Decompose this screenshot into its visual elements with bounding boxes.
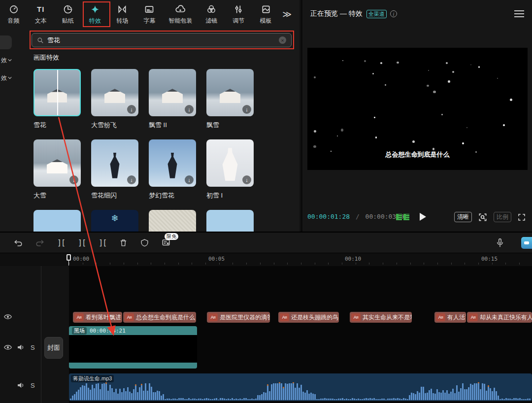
fullscreen-icon[interactable]: [517, 213, 526, 222]
download-icon[interactable]: ↓: [69, 175, 78, 184]
preview-caption: 总会想生命到底是什么: [307, 150, 528, 159]
subtitle-segment[interactable]: 看到落叶飘进: [73, 312, 122, 323]
subtitle-segment[interactable]: 却从未真正快乐有人: [467, 312, 532, 323]
sidebar-collapsed-item[interactable]: [0, 35, 12, 49]
current-time: 00:00:01:28: [307, 213, 350, 220]
asset-tab-bar: 音频 文本 贴纸 特效 转场: [0, 0, 299, 29]
play-button[interactable]: [420, 213, 426, 221]
preview-controls: 00:00:01:28 / 00:00:03:00 清晰 比例: [307, 210, 527, 225]
audio-track-mute-icon[interactable]: [17, 381, 25, 391]
sidebar-category-2[interactable]: 效: [0, 72, 16, 84]
tab-effects[interactable]: 特效: [84, 4, 105, 25]
effect-tile-snow-glitter[interactable]: ↓ 雪花细闪: [91, 139, 138, 200]
effect-tile-partial[interactable]: [149, 210, 196, 232]
effect-thumbnail[interactable]: ↓: [91, 69, 138, 116]
search-input[interactable]: [47, 36, 275, 44]
audio-clip[interactable]: 蒋勋说生命.mp3: [69, 373, 532, 401]
delete-icon[interactable]: [119, 238, 128, 247]
text-track-visibility-icon[interactable]: [4, 313, 12, 322]
effect-thumbnail[interactable]: [33, 69, 81, 116]
quality-button[interactable]: 清晰: [454, 212, 472, 222]
video-track-mute-icon[interactable]: [17, 343, 25, 353]
free-badge: 限免: [165, 233, 178, 240]
microphone-icon[interactable]: [496, 237, 504, 250]
undo-button[interactable]: [14, 238, 23, 247]
download-icon[interactable]: ↓: [242, 175, 251, 184]
effect-tile-falling-snow-2[interactable]: ↓ 飘雪 II: [149, 69, 196, 130]
effect-tile-falling-snow[interactable]: ↓ 飘雪: [206, 69, 254, 130]
chevron-down-icon: [8, 58, 12, 62]
menu-icon[interactable]: [514, 8, 524, 19]
download-icon[interactable]: ↓: [185, 175, 194, 184]
redo-button[interactable]: [35, 238, 44, 247]
tab-sticker[interactable]: 贴纸: [57, 4, 78, 25]
tab-text[interactable]: 文本: [30, 4, 51, 25]
download-icon[interactable]: ↓: [185, 105, 194, 114]
video-clip-black[interactable]: 黑场 00:00:04:21: [69, 326, 197, 369]
focus-icon[interactable]: [478, 212, 488, 222]
text-style-icon: [280, 313, 289, 321]
tab-filter[interactable]: 滤镜: [201, 4, 222, 25]
effect-tile-partial[interactable]: [206, 210, 254, 232]
effect-thumbnail[interactable]: ↓: [206, 69, 254, 116]
effect-tile-dream-snow[interactable]: ↓ 梦幻雪花: [149, 139, 196, 200]
effect-tile-partial[interactable]: [91, 210, 138, 232]
text-style-icon: [74, 313, 84, 321]
subtitle-segment[interactable]: 还是枝头蹦跳的鸟: [278, 312, 339, 323]
subtitle-segment[interactable]: 总会想生命到底是什么: [123, 312, 196, 323]
effect-tile-heavy-snow-flying[interactable]: ↓ 大雪纷飞: [91, 69, 138, 130]
adjust-icon: [233, 4, 243, 15]
effect-thumbnail[interactable]: ↓: [149, 139, 196, 187]
split-right-icon[interactable]: [99, 238, 106, 247]
split-icon[interactable]: [57, 238, 65, 247]
tab-template[interactable]: 模板: [255, 4, 276, 25]
download-icon[interactable]: ↓: [127, 105, 136, 114]
preview-screen[interactable]: 总会想生命到底是什么: [307, 48, 528, 170]
clip-duration: 00:00:04:21: [90, 328, 126, 334]
effect-thumbnail[interactable]: ↓: [149, 69, 196, 116]
expand-panel-button[interactable]: ≫: [282, 9, 299, 20]
effect-tile-snowflake[interactable]: 雪花: [33, 69, 81, 130]
quality-grid-icon[interactable]: [396, 214, 409, 220]
extract-captions-button[interactable]: 限免: [162, 238, 170, 247]
section-title: 画面特效: [33, 53, 59, 62]
effect-thumbnail[interactable]: ↓: [206, 139, 254, 187]
clip-name: 黑场: [72, 327, 87, 335]
text-style-icon: [436, 313, 445, 321]
effects-search-bar[interactable]: ×: [32, 33, 292, 47]
clear-search-icon[interactable]: ×: [279, 36, 286, 44]
cover-button[interactable]: 封面: [44, 337, 63, 359]
video-track-solo-button[interactable]: S: [31, 344, 35, 351]
ratio-button[interactable]: 比例: [494, 212, 511, 222]
video-track-visibility-icon[interactable]: [4, 344, 12, 353]
effect-thumbnail[interactable]: ↓: [91, 139, 138, 187]
effect-thumbnail[interactable]: ↓: [33, 139, 81, 187]
timeline-ruler[interactable]: 00:00 00:05 00:10 00:15: [0, 253, 532, 266]
timeline-toolbar: 限免: [0, 233, 532, 253]
subtitle-segment[interactable]: 有人活了: [434, 312, 466, 323]
download-icon[interactable]: ↓: [242, 105, 251, 114]
tab-smart-package[interactable]: 智能包装: [166, 4, 195, 25]
info-icon[interactable]: [390, 10, 397, 17]
tab-captions[interactable]: 字幕: [139, 4, 160, 25]
effects-grid: 雪花 ↓ 大雪纷飞 ↓ 飘雪 II ↓ 飘雪: [33, 69, 254, 232]
download-icon[interactable]: ↓: [127, 175, 136, 184]
subtitle-segment[interactable]: 其实生命从来不是常: [350, 312, 412, 323]
subtitle-segment[interactable]: 是医院里仪器的滴答: [207, 312, 270, 323]
audio-icon: [9, 4, 19, 15]
tab-audio[interactable]: 音频: [3, 4, 24, 25]
audio-track-solo-button[interactable]: S: [31, 382, 35, 389]
track-icon[interactable]: [521, 237, 532, 249]
tab-transition[interactable]: 转场: [112, 4, 133, 25]
mask-icon[interactable]: [140, 238, 149, 247]
effect-tile-big-snow[interactable]: ↓ 大雪: [33, 139, 81, 200]
preview-title: 正在预览 — 特效: [310, 9, 363, 18]
split-left-icon[interactable]: [78, 238, 86, 247]
video-editor-app: 音频 文本 贴纸 特效 转场: [0, 0, 532, 403]
effect-tile-first-snow[interactable]: ↓ 初雪 I: [206, 139, 254, 200]
playhead[interactable]: [66, 254, 71, 261]
sidebar-category-1[interactable]: 效: [0, 54, 16, 66]
effect-tile-partial[interactable]: [33, 210, 81, 232]
captions-icon: [144, 4, 154, 15]
tab-adjust[interactable]: 调节: [228, 4, 249, 25]
